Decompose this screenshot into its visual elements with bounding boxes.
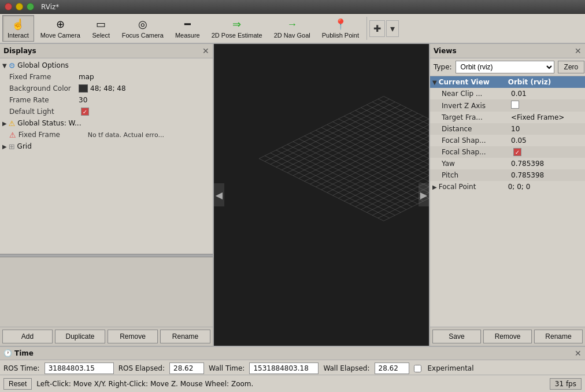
invert-z-val xyxy=(511,101,583,110)
tree-item-frame-rate[interactable]: Frame Rate 30 xyxy=(0,94,213,106)
tree-item-fixed-frame-status[interactable]: ⚠ Fixed Frame No tf data. Actual erro... xyxy=(0,129,213,140)
reset-button[interactable]: Reset xyxy=(3,378,32,390)
tree-item-fixed-frame[interactable]: Fixed Frame map xyxy=(0,71,213,83)
rename-display-button[interactable]: Rename xyxy=(160,330,210,343)
ros-elapsed-value: 28.62 xyxy=(169,363,204,374)
displays-bottom-panel xyxy=(0,257,213,327)
global-status-label: Global Status: W... xyxy=(17,119,81,127)
minimize-button[interactable] xyxy=(16,3,23,10)
displays-close-button[interactable]: ✕ xyxy=(202,46,209,56)
ros-time-value: 31884803.15 xyxy=(45,363,114,374)
measure-button[interactable]: ━ Measure xyxy=(170,15,205,42)
wall-time-label: Wall Time: xyxy=(209,364,245,372)
tree-arrow-grid: ▶ xyxy=(2,143,7,150)
distance-val: 10 xyxy=(511,125,583,133)
status-text: Left-Click: Move X/Y. Right-Click: Move … xyxy=(36,380,545,388)
close-button[interactable] xyxy=(5,3,12,10)
fixed-frame-val: map xyxy=(79,73,94,81)
focal-point-val: 0; 0; 0 xyxy=(508,183,583,191)
measure-label: Measure xyxy=(175,32,200,39)
views-row-yaw[interactable]: Yaw 0.785398 xyxy=(430,158,585,169)
fixed-frame-key: Fixed Frame xyxy=(9,73,79,81)
invert-z-checkbox[interactable] xyxy=(511,101,519,109)
views-row-pitch[interactable]: Pitch 0.785398 xyxy=(430,169,585,181)
publish-point-label: Publish Point xyxy=(322,32,359,39)
main-area: Displays ✕ ▼ ⚙ Global Options Fixed Fram… xyxy=(0,44,585,346)
views-rename-button[interactable]: Rename xyxy=(534,330,583,343)
select-label: Select xyxy=(92,32,110,39)
views-row-target-frame[interactable]: Target Fra... <Fixed Frame> xyxy=(430,112,585,123)
interact-icon: ☝ xyxy=(12,18,24,31)
views-row-focal-shape-2[interactable]: Focal Shap... ✓ xyxy=(430,146,585,158)
target-frame-val: <Fixed Frame> xyxy=(511,113,583,121)
focal-shape-2-val: ✓ xyxy=(511,148,583,157)
views-row-invert-z[interactable]: Invert Z Axis xyxy=(430,99,585,112)
displays-tree[interactable]: ▼ ⚙ Global Options Fixed Frame map Backg… xyxy=(0,58,213,254)
viewport-left-arrow[interactable]: ◀ xyxy=(214,183,224,206)
views-save-button[interactable]: Save xyxy=(432,330,481,343)
maximize-button[interactable] xyxy=(27,3,34,10)
focal-point-arrow: ▶ xyxy=(432,184,437,190)
displays-panel: Displays ✕ ▼ ⚙ Global Options Fixed Fram… xyxy=(0,44,214,346)
move-camera-label: Move Camera xyxy=(40,32,80,39)
tree-item-global-options[interactable]: ▼ ⚙ Global Options xyxy=(0,60,213,71)
focal-shape-2-checkbox[interactable]: ✓ xyxy=(513,148,521,156)
views-row-focal-point[interactable]: ▶ Focal Point 0; 0; 0 xyxy=(430,181,585,193)
gear-icon: ⚙ xyxy=(9,61,16,70)
wall-time-value: 1531884803.18 xyxy=(249,363,319,374)
interact-button[interactable]: ☝ Interact xyxy=(2,15,34,42)
pose-estimate-icon: ⇒ xyxy=(232,18,241,31)
views-row-near-clip[interactable]: Near Clip ... 0.01 xyxy=(430,88,585,99)
publish-point-button[interactable]: 📍 Publish Point xyxy=(317,15,364,42)
tree-item-grid[interactable]: ▶ ⊞ Grid xyxy=(0,140,213,152)
time-bar: 🕐 Time ✕ ROS Time: 31884803.15 ROS Elaps… xyxy=(0,346,585,375)
duplicate-display-button[interactable]: Duplicate xyxy=(55,330,105,343)
tree-item-bg-color[interactable]: Background Color 48; 48; 48 xyxy=(0,83,213,94)
default-light-checkbox[interactable]: ✓ xyxy=(81,108,89,116)
focus-camera-label: Focus Camera xyxy=(122,32,164,39)
pose-estimate-label: 2D Pose Estimate xyxy=(212,32,262,39)
tree-item-global-status[interactable]: ▶ ⚠ Global Status: W... xyxy=(0,117,213,129)
views-type-row: Type: Orbit (rviz) FPS (rviz) ThirdPerso… xyxy=(430,58,585,76)
clock-icon: 🕐 xyxy=(3,349,12,357)
toolbar-menu-button[interactable]: ▾ xyxy=(386,20,399,37)
yaw-val: 0.785398 xyxy=(511,160,583,168)
views-expand-arrow: ▼ xyxy=(432,79,437,86)
views-type-label: Type: xyxy=(434,63,452,71)
tree-arrow-status: ▶ xyxy=(2,120,7,127)
warn-icon: ⚠ xyxy=(9,119,16,128)
error-icon: ⚠ xyxy=(9,131,16,139)
time-title-label: Time xyxy=(14,349,34,357)
toolbar: ☝ Interact ⊕ Move Camera ▭ Select ◎ Focu… xyxy=(0,14,585,44)
move-camera-button[interactable]: ⊕ Move Camera xyxy=(35,15,86,42)
tree-item-default-light[interactable]: Default Light ✓ xyxy=(0,106,213,117)
time-content: ROS Time: 31884803.15 ROS Elapsed: 28.62… xyxy=(0,360,585,376)
views-remove-button[interactable]: Remove xyxy=(483,330,532,343)
viewport-right-arrow[interactable]: ▶ xyxy=(419,183,429,206)
frame-rate-key: Frame Rate xyxy=(9,96,79,104)
status-bar: Reset Left-Click: Move X/Y. Right-Click:… xyxy=(0,375,585,392)
views-panel: Views ✕ Type: Orbit (rviz) FPS (rviz) Th… xyxy=(429,44,585,346)
remove-display-button[interactable]: Remove xyxy=(108,330,158,343)
add-display-button[interactable]: Add xyxy=(2,330,53,343)
fixed-frame-status-key: Fixed Frame xyxy=(18,131,88,139)
focus-camera-button[interactable]: ◎ Focus Camera xyxy=(117,15,169,42)
views-type-select[interactable]: Orbit (rviz) FPS (rviz) ThirdPersonFollo… xyxy=(456,61,554,73)
select-button[interactable]: ▭ Select xyxy=(87,15,116,42)
3d-viewport[interactable]: ◀ ▶ xyxy=(214,44,429,346)
title-bar: RViz* xyxy=(0,0,585,14)
views-header: Views ✕ xyxy=(430,44,585,58)
views-zero-button[interactable]: Zero xyxy=(558,61,585,73)
add-toolbar-button[interactable]: ✚ xyxy=(369,20,385,37)
views-close-button[interactable]: ✕ xyxy=(575,46,582,56)
yaw-key: Yaw xyxy=(442,160,511,168)
pose-estimate-button[interactable]: ⇒ 2D Pose Estimate xyxy=(206,15,268,42)
time-close-button[interactable]: ✕ xyxy=(575,349,582,358)
views-row-focal-shape-1[interactable]: Focal Shap... 0.05 xyxy=(430,135,585,146)
select-icon: ▭ xyxy=(96,18,106,31)
experimental-checkbox[interactable] xyxy=(414,365,421,372)
ros-time-label: ROS Time: xyxy=(3,364,40,372)
nav-goal-button[interactable]: → 2D Nav Goal xyxy=(269,15,316,42)
views-row-distance[interactable]: Distance 10 xyxy=(430,123,585,135)
focal-shape-1-key: Focal Shap... xyxy=(442,136,511,145)
